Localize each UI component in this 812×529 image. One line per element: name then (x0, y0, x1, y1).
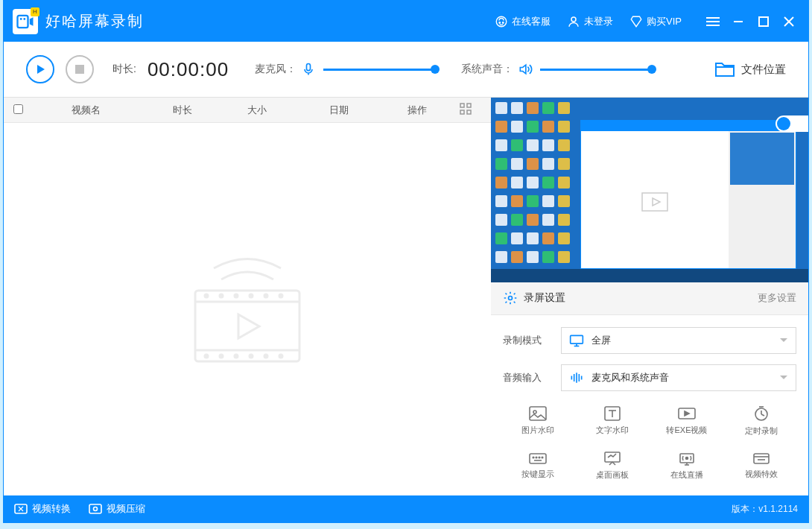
image-icon (528, 405, 548, 422)
file-location-button[interactable]: 文件位置 (714, 60, 786, 78)
timed-record-button[interactable]: 定时录制 (726, 402, 796, 439)
buy-vip-button[interactable]: 购买VIP (629, 15, 682, 28)
empty-video-icon (180, 246, 314, 373)
gear-icon (503, 291, 518, 305)
screen-preview (491, 98, 808, 282)
column-operation: 操作 (384, 104, 451, 117)
menu-button[interactable] (702, 11, 723, 32)
chevron-down-icon (779, 338, 788, 343)
svg-point-32 (235, 355, 238, 358)
user-icon (567, 15, 580, 28)
folder-icon (714, 60, 735, 78)
column-duration: 时长 (145, 104, 220, 117)
microphone-label: 麦克风 (255, 63, 296, 76)
minimize-button[interactable] (728, 11, 749, 32)
chevron-down-icon (779, 375, 788, 381)
record-mode-dropdown[interactable]: 全屏 (561, 327, 796, 354)
hamburger-icon (706, 16, 720, 27)
record-mode-label: 录制模式 (503, 334, 561, 347)
svg-point-34 (264, 355, 267, 358)
settings-title: 录屏设置 (524, 291, 565, 305)
effect-icon (752, 451, 771, 466)
system-sound-label: 系统声音 (461, 63, 513, 76)
microphone-control: 麦克风 (255, 62, 435, 77)
svg-rect-38 (571, 335, 583, 343)
app-title: 好哈屏幕录制 (45, 11, 144, 31)
svg-point-26 (235, 294, 238, 297)
svg-point-33 (250, 355, 253, 358)
svg-point-4 (499, 22, 501, 23)
clock-icon (752, 405, 770, 422)
svg-rect-36 (642, 193, 667, 211)
text-watermark-button[interactable]: 文字水印 (577, 402, 647, 439)
more-settings-button[interactable]: 更多设置 (758, 291, 796, 305)
exe-convert-button[interactable]: 转EXE视频 (652, 402, 722, 439)
login-button[interactable]: 未登录 (567, 15, 613, 28)
stop-button[interactable] (66, 55, 94, 83)
audio-input-dropdown[interactable]: 麦克风和系统声音 (561, 364, 796, 391)
play-button[interactable] (26, 55, 54, 83)
svg-point-24 (205, 294, 208, 297)
svg-rect-62 (605, 452, 620, 462)
preview-toggle[interactable] (775, 115, 808, 132)
duration-label: 时长: (112, 63, 136, 76)
video-effect-button[interactable]: 视频特效 (726, 446, 796, 484)
play-icon (34, 63, 46, 75)
system-sound-slider[interactable] (540, 69, 652, 71)
text-icon (603, 405, 621, 422)
svg-rect-11 (759, 17, 768, 26)
microphone-slider[interactable] (323, 69, 435, 71)
image-watermark-button[interactable]: 图片水印 (503, 402, 573, 439)
svg-rect-69 (754, 454, 769, 463)
grid-view-button[interactable] (451, 103, 480, 117)
titlebar: H 好哈屏幕录制 在线客服 未登录 购买VIP (4, 1, 808, 42)
svg-point-25 (220, 294, 223, 297)
speaker-icon[interactable] (518, 62, 533, 77)
svg-point-30 (205, 355, 208, 358)
svg-point-37 (509, 297, 513, 300)
svg-point-6 (571, 17, 576, 22)
convert-icon (14, 504, 28, 514)
close-button[interactable] (778, 11, 799, 32)
settings-header: 录屏设置 更多设置 (491, 282, 808, 315)
svg-point-58 (536, 457, 537, 458)
desktop-board-button[interactable]: 桌面画板 (577, 446, 647, 484)
svg-point-59 (539, 457, 540, 458)
svg-point-1 (20, 18, 22, 20)
svg-rect-20 (467, 110, 471, 114)
system-sound-control: 系统声音 (461, 62, 652, 77)
column-size: 大小 (220, 104, 294, 117)
keyboard-icon (528, 451, 548, 466)
audio-input-row: 音频输入 麦克风和系统声音 (503, 364, 796, 391)
control-toolbar: 时长: 00:00:00 麦克风 系统声音 文件位置 (4, 42, 808, 98)
svg-rect-17 (460, 104, 464, 107)
svg-point-27 (250, 294, 253, 297)
audio-wave-icon (569, 371, 584, 384)
column-name: 视频名 (26, 104, 145, 117)
svg-point-47 (533, 411, 536, 414)
close-icon (784, 16, 794, 27)
minimize-icon (732, 16, 744, 28)
bottombar: 视频转换 视频压缩 版本：v1.1.2114 (4, 495, 808, 522)
key-display-button[interactable]: 按键显示 (503, 446, 573, 484)
svg-point-31 (220, 355, 223, 358)
microphone-icon[interactable] (301, 62, 316, 77)
diamond-icon (629, 15, 643, 28)
compress-icon (89, 504, 102, 514)
svg-rect-19 (460, 110, 464, 114)
settings-body: 录制模式 全屏 音频输入 麦克风和系统声音 (491, 315, 808, 495)
maximize-button[interactable] (753, 11, 774, 32)
customer-service-button[interactable]: 在线客服 (495, 15, 551, 28)
video-compress-button[interactable]: 视频压缩 (89, 502, 145, 516)
live-stream-button[interactable]: 在线直播 (652, 446, 722, 484)
svg-point-35 (279, 355, 282, 358)
table-header: 视频名 时长 大小 日期 操作 (4, 98, 491, 123)
select-all-checkbox[interactable] (13, 104, 23, 114)
right-panel: 录屏设置 更多设置 录制模式 全屏 音频输入 麦克风和系统声音 (491, 98, 808, 495)
tool-grid: 图片水印 文字水印 转EXE视频 定时录制 (503, 402, 796, 484)
empty-state (4, 123, 491, 495)
stop-icon (75, 65, 84, 74)
svg-rect-15 (307, 64, 311, 71)
svg-rect-0 (18, 15, 28, 27)
video-convert-button[interactable]: 视频转换 (14, 502, 71, 516)
